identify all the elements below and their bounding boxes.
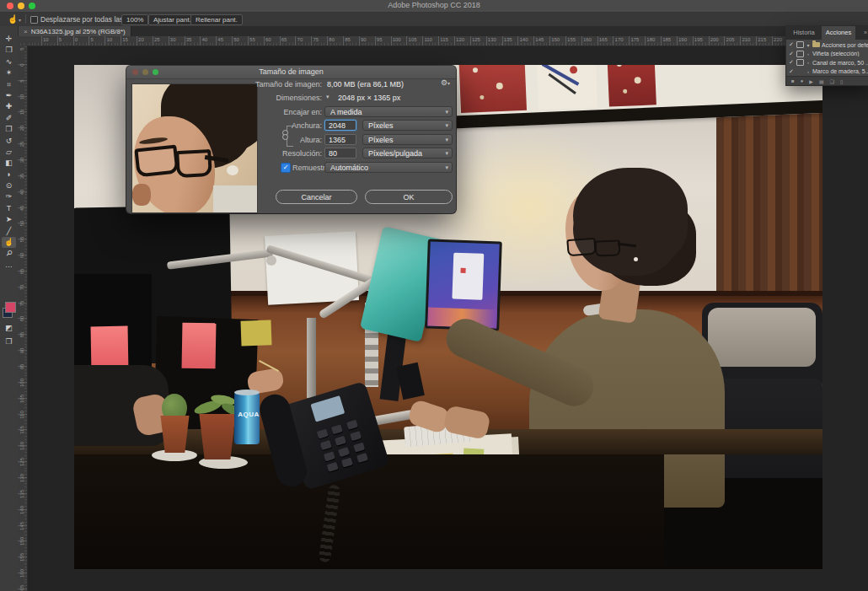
new-action-icon[interactable]: ❏ [830,78,834,84]
dimensions-caret-icon[interactable]: ▾ [326,94,330,100]
tab-historia[interactable]: Historia [786,26,822,40]
action-row[interactable]: ✓›Canal de marco, 50 ... [786,58,868,67]
check-icon[interactable]: ✓ [789,41,795,48]
chevron-down-icon[interactable]: ▾ [806,42,811,48]
healing-brush-tool[interactable]: ✚ [2,101,16,112]
resolution-input[interactable]: 80 [324,148,356,158]
ruler-tick-label: 125 [472,37,480,42]
trash-icon[interactable]: ▯ [840,78,843,84]
ruler-tick-label: 60 [19,250,24,261]
photo-sticky-yellow-1 [240,320,271,346]
photo-woman-glasses-lens2 [595,239,621,256]
fill-screen-button[interactable]: Rellenar pant. [190,14,243,25]
ruler-tick-label: 0 [75,37,78,42]
ok-button[interactable]: OK [365,190,453,204]
check-icon[interactable]: ✓ [789,68,795,75]
ruler-tick-label: 105 [409,37,417,42]
close-tab-icon[interactable]: × [24,28,28,35]
resample-select[interactable]: Automático▾ [324,162,453,173]
ruler-tick-label: 165 [19,584,24,591]
panel-menu-icon[interactable]: » [864,30,867,35]
eraser-tool[interactable]: ▱ [2,147,16,158]
path-selection-tool[interactable]: ➤ [2,214,16,225]
play-icon[interactable]: ▶ [809,78,813,84]
lasso-tool[interactable]: ∿ [2,56,16,67]
screen-mode-button[interactable]: ❐ [2,336,16,347]
check-icon[interactable]: ✓ [789,51,795,57]
clone-stamp-tool[interactable]: ❐ [2,124,16,135]
horizontal-ruler[interactable]: 1050510152025303540455055606570758085909… [18,36,868,46]
dialog-toggle-icon[interactable] [796,59,804,66]
quick-selection-tool[interactable]: ✶ [2,67,16,78]
chevron-right-icon[interactable]: › [806,60,811,65]
pen-tool[interactable]: ✑ [2,191,16,202]
crop-tool[interactable]: ⌗ [2,79,16,90]
line-tool[interactable]: ╱ [2,226,16,237]
action-label: Marco de madera, 5... [812,68,868,74]
size-value: 8,00 MB (era 86,1 MB) [327,80,404,89]
ruler-tick-label: 85 [19,330,24,340]
ruler-tick-label: 155 [567,37,576,42]
vertical-ruler[interactable]: 5051015202530354045505560657075808590951… [18,46,28,591]
ruler-tick-label: 90 [19,346,24,356]
ruler-tick-label: 130 [488,37,496,42]
gradient-tool[interactable]: ◧ [2,158,16,169]
dialog-titlebar[interactable]: Tamaño de imagen [126,66,456,79]
ruler-tick-label: 70 [297,37,303,42]
width-label: Anchura: [177,121,322,130]
photo-phone-key [331,424,343,434]
ruler-tick-label: 165 [599,37,608,42]
move-tool[interactable]: ✛ [2,34,16,45]
ruler-tick-label: 220 [774,37,782,42]
dialog-title: Tamaño de imagen [126,67,456,76]
photo-phone-key [324,451,335,461]
scroll-all-windows-checkbox[interactable] [30,16,38,24]
brush-tool[interactable]: ✐ [2,113,16,124]
action-row[interactable]: ✓›Marco de madera, 5... [786,67,868,76]
record-icon[interactable]: ● [801,78,804,83]
foreground-color-swatch[interactable] [5,302,16,313]
chevron-down-icon: ▾ [445,107,448,117]
gear-icon[interactable]: ⚙▾ [441,78,450,87]
tool-preset-caret-icon[interactable]: ▾ [19,17,21,23]
resolution-unit-select[interactable]: Píxeles/pulgada▾ [362,148,453,158]
chevron-right-icon[interactable]: › [806,51,811,56]
blur-tool[interactable]: ◗ [2,169,16,180]
check-icon[interactable]: ✓ [789,59,795,66]
ruler-tick-label: 5 [19,44,24,54]
ruler-tick-label: 210 [742,37,750,42]
dialog-preview[interactable] [131,83,258,213]
hand-icon[interactable]: ☝ [8,14,18,24]
eyedropper-tool[interactable]: ✒ [2,90,16,101]
zoom-100-button[interactable]: 100% [121,14,148,25]
width-input[interactable]: 2048 [324,120,356,131]
tab-acciones[interactable]: Acciones [822,26,855,40]
document-tab[interactable]: × N36A1325.jpg al 25% (RGB/8*) [19,26,131,36]
fit-screen-button[interactable]: Ajustar pant. [148,14,196,25]
height-unit-select[interactable]: Píxeles▾ [362,134,453,145]
resample-checkbox[interactable]: ✓ [281,163,291,173]
dialog-toggle-icon[interactable] [796,41,804,48]
chevron-down-icon: ▾ [445,135,448,145]
width-unit-select[interactable]: Píxeles▾ [362,120,453,131]
action-row[interactable]: ✓›Viñeta (selección) [786,50,868,58]
marquee-tool[interactable]: ❒ [2,45,16,56]
history-brush-tool[interactable]: ↺ [2,136,16,147]
fit-select[interactable]: A medida▾ [324,106,453,117]
quick-mask-button[interactable]: ◩ [2,323,16,334]
chevron-right-icon[interactable]: › [806,69,811,74]
ruler-tick-label: 200 [710,37,719,42]
dialog-toggle-icon[interactable] [796,51,804,57]
dodge-tool[interactable]: ⊙ [2,180,16,191]
height-input[interactable]: 1365 [324,134,356,145]
photo-phone-key [353,442,365,452]
image-size-dialog: Tamaño de imagen Tamaño de imagen: 8,00 … [126,66,456,213]
folder-icon[interactable]: ▤ [819,78,824,84]
stop-icon[interactable]: ■ [791,78,795,83]
photo-chair-headrest-top [708,308,816,367]
preview-earring [227,165,238,175]
cancel-button[interactable]: Cancelar [276,190,357,204]
action-row[interactable]: ✓▾Acciones por defec [786,40,868,49]
type-tool[interactable]: T [2,203,16,214]
ruler-tick-label: 150 [19,536,24,546]
